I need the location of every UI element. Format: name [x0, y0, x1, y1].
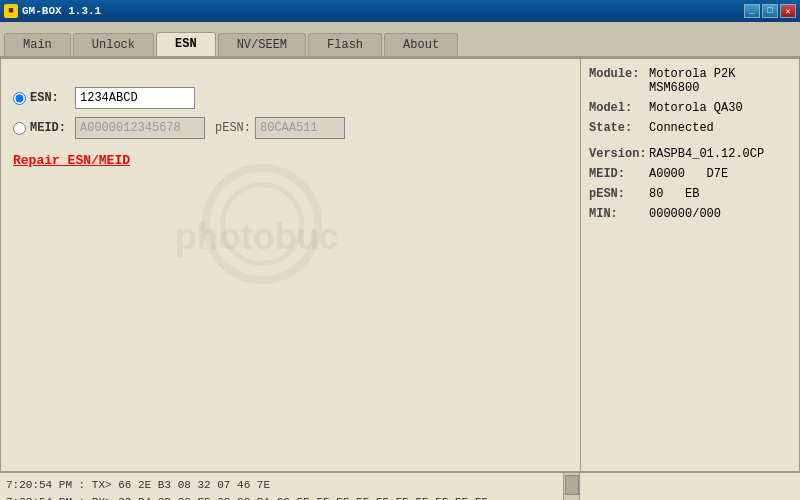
info-row-min: MIN: 000000/000 — [589, 207, 791, 221]
meid-label: MEID: — [30, 121, 75, 135]
model-value: Motorola QA30 — [649, 101, 791, 115]
tab-esn[interactable]: ESN — [156, 32, 216, 56]
app-title: GM-BOX 1.3.1 — [22, 5, 101, 17]
meid-radio[interactable] — [13, 122, 26, 135]
model-label: Model: — [589, 101, 649, 115]
version-label: Version: — [589, 147, 649, 161]
pesn-info-label: pESN: — [589, 187, 649, 201]
tab-about[interactable]: About — [384, 33, 458, 56]
tab-bar: Main Unlock ESN NV/SEEM Flash About — [0, 22, 800, 58]
meid-row: MEID: pESN: — [13, 117, 568, 139]
logo-panel: ⊕ gm-BOX www.gm-box.org — [580, 473, 800, 500]
scrollbar-thumb[interactable] — [565, 475, 579, 495]
esn-row: ESN: — [13, 87, 568, 109]
module-value: Motorola P2K MSM6800 — [649, 67, 791, 95]
min-value: 000000/000 — [649, 207, 791, 221]
esn-panel: photobuc ESN: MEID: pESN: Repair ESN/MEI… — [0, 58, 580, 472]
pesn-label-inline: pESN: — [215, 121, 251, 135]
state-label: State: — [589, 121, 649, 135]
log-scrollbar[interactable] — [563, 473, 579, 500]
info-row-model: Model: Motorola QA30 — [589, 101, 791, 115]
meid-info-value: A0000 D7E — [649, 167, 791, 181]
log-line: 7:20:54 PM : PX> 02 B4 CD 93 F5 98 00 BA… — [6, 494, 573, 501]
bottom-section: 7:20:54 PM : TX> 66 2E B3 08 32 07 46 7E… — [0, 472, 800, 500]
tab-nvseem[interactable]: NV/SEEM — [218, 33, 306, 56]
log-panel: 7:20:54 PM : TX> 66 2E B3 08 32 07 46 7E… — [0, 473, 580, 500]
tab-flash[interactable]: Flash — [308, 33, 382, 56]
info-row-version: Version: RASPB4_01.12.0CP — [589, 147, 791, 161]
min-label: MIN: — [589, 207, 649, 221]
meid-input[interactable] — [75, 117, 205, 139]
watermark-text: photobuc — [175, 216, 339, 258]
log-text[interactable]: 7:20:54 PM : TX> 66 2E B3 08 32 07 46 7E… — [0, 473, 579, 500]
repair-link[interactable]: Repair ESN/MEID — [13, 153, 130, 168]
log-line: 7:20:54 PM : TX> 66 2E B3 08 32 07 46 7E — [6, 477, 573, 494]
pesn-input[interactable] — [255, 117, 345, 139]
watermark-circle — [202, 164, 322, 284]
esn-input[interactable] — [75, 87, 195, 109]
info-panel: Module: Motorola P2K MSM6800 Model: Moto… — [580, 58, 800, 472]
esn-label: ESN: — [30, 91, 75, 105]
info-row-state: State: Connected — [589, 121, 791, 135]
esn-radio[interactable] — [13, 92, 26, 105]
tab-unlock[interactable]: Unlock — [73, 33, 154, 56]
info-row-meid: MEID: A0000 D7E — [589, 167, 791, 181]
close-button[interactable]: ✕ — [780, 4, 796, 18]
title-controls: _ □ ✕ — [744, 4, 796, 18]
tab-main[interactable]: Main — [4, 33, 71, 56]
meid-info-label: MEID: — [589, 167, 649, 181]
title-bar: ■ GM-BOX 1.3.1 _ □ ✕ — [0, 0, 800, 22]
info-row-module: Module: Motorola P2K MSM6800 — [589, 67, 791, 95]
module-label: Module: — [589, 67, 649, 95]
maximize-button[interactable]: □ — [762, 4, 778, 18]
app-icon: ■ — [4, 4, 18, 18]
pesn-info-value: 80 EB — [649, 187, 791, 201]
minimize-button[interactable]: _ — [744, 4, 760, 18]
main-content: photobuc ESN: MEID: pESN: Repair ESN/MEI… — [0, 58, 800, 472]
info-row-pesn: pESN: 80 EB — [589, 187, 791, 201]
state-value: Connected — [649, 121, 791, 135]
title-bar-left: ■ GM-BOX 1.3.1 — [4, 4, 101, 18]
version-value: RASPB4_01.12.0CP — [649, 147, 791, 161]
